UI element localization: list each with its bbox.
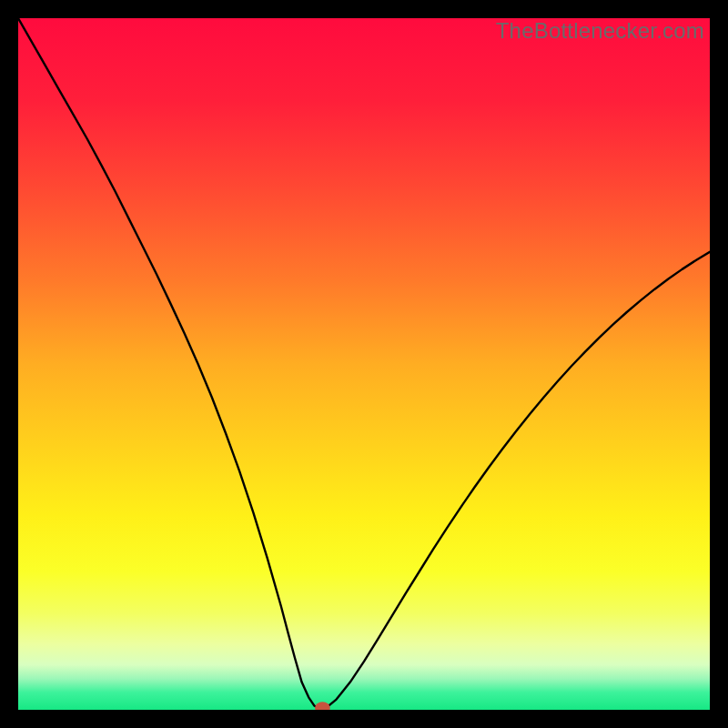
bottleneck-chart <box>18 18 710 710</box>
chart-background <box>18 18 710 710</box>
chart-frame: TheBottlenecker.com <box>18 18 710 710</box>
watermark-text: TheBottlenecker.com <box>496 18 704 44</box>
